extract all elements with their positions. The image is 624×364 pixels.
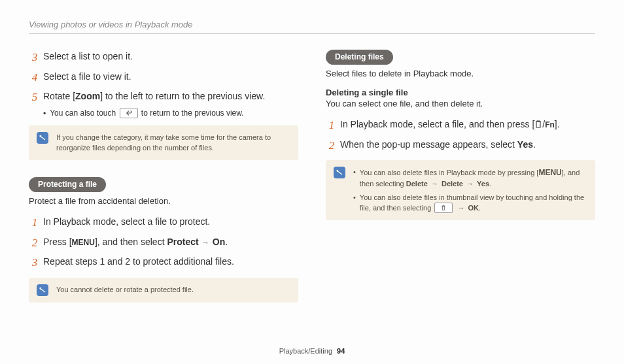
note-icon xyxy=(37,284,48,296)
step-number: 5 xyxy=(29,90,41,106)
protect-step-1: 1 In Playback mode, select a file to pro… xyxy=(29,215,298,231)
page-footer: Playback/Editing 94 xyxy=(0,347,624,355)
note-delete-alt: • You can also delete files in Playback … xyxy=(326,160,595,220)
on-label: On xyxy=(213,237,225,247)
text: Press [ xyxy=(43,237,72,247)
bullet: • xyxy=(353,167,356,178)
section-pill-protecting: Protecting a file xyxy=(29,177,106,192)
protect-step-3: 3 Repeat steps 1 and 2 to protect additi… xyxy=(29,255,298,271)
step-number: 1 xyxy=(326,118,338,134)
yes-label: Yes xyxy=(517,139,533,150)
step-text: Press [MENU], and then select Protect → … xyxy=(41,235,228,248)
step-5: 5 Rotate [Zoom] to the left to return to… xyxy=(29,90,298,106)
zoom-label: Zoom xyxy=(75,91,100,101)
delete-step-1: 1 In Playback mode, select a file, and t… xyxy=(326,118,595,134)
step-text: Select a file to view it. xyxy=(41,70,131,83)
step-number: 1 xyxy=(29,215,41,231)
note-item: • You can also delete files in Playback … xyxy=(353,167,587,190)
step-4: 4 Select a file to view it. xyxy=(29,70,298,86)
text: Rotate [ xyxy=(43,91,75,101)
step-3: 3 Select a list to open it. xyxy=(29,50,298,66)
note-icon xyxy=(334,167,345,178)
section-intro: Protect a file from accidental deletion. xyxy=(29,196,298,206)
step-text: Rotate [Zoom] to the left to return to t… xyxy=(41,90,265,103)
text: When the pop-up message appears, select xyxy=(340,139,517,150)
section-intro: Select files to delete in Playback mode. xyxy=(326,69,595,78)
sub-text: You can also touch to return to the prev… xyxy=(50,108,243,119)
note-protected: You cannot delete or rotate a protected … xyxy=(29,278,298,303)
protect-step-2: 2 Press [MENU], and then select Protect … xyxy=(29,235,298,252)
text: to return to the previous view. xyxy=(139,108,244,118)
footer-section: Playback/Editing xyxy=(279,347,332,355)
step-text: Repeat steps 1 and 2 to protect addition… xyxy=(41,255,234,268)
protect-label: Protect xyxy=(167,237,198,247)
arrow-icon: → xyxy=(199,239,213,246)
breadcrumb: Viewing photos or videos in Playback mod… xyxy=(29,20,595,34)
delete-label: Delete xyxy=(406,180,428,188)
note-text: If you change the category, it may take … xyxy=(56,132,290,154)
step-number: 3 xyxy=(29,255,41,271)
step-text: When the pop-up message appears, select … xyxy=(338,138,536,151)
step-number: 2 xyxy=(29,235,41,252)
arrow-icon: → xyxy=(428,180,442,188)
sub-intro: You can select one file, and then delete… xyxy=(326,99,595,108)
step-number: 3 xyxy=(29,50,41,66)
trash-key-icon xyxy=(434,203,453,213)
note-icon xyxy=(37,132,48,144)
footer-page-number: 94 xyxy=(337,347,345,355)
menu-key-label: MENU xyxy=(72,238,95,247)
ok-label: OK xyxy=(468,204,479,212)
step-text: In Playback mode, select a file, and the… xyxy=(338,118,560,131)
arrow-icon: → xyxy=(463,180,477,188)
left-column: 3 Select a list to open it. 4 Select a f… xyxy=(29,50,298,303)
step-text: Select a list to open it. xyxy=(41,50,133,63)
text: ] to the left to return to the previous … xyxy=(100,91,265,101)
note-text: You can also delete files in Playback mo… xyxy=(360,167,587,190)
back-key-icon xyxy=(120,108,138,118)
bullet: • xyxy=(43,109,46,118)
bullet: • xyxy=(353,192,356,203)
text: . xyxy=(479,204,481,212)
arrow-icon: → xyxy=(454,204,468,212)
step-5-sub: • You can also touch to return to the pr… xyxy=(29,108,298,119)
text: You can also touch xyxy=(50,108,118,118)
text: . xyxy=(533,139,536,150)
step-number: 4 xyxy=(29,70,41,86)
yes-label: Yes xyxy=(477,180,489,188)
text: . xyxy=(225,237,228,247)
note-text: You can also delete files in thumbnail v… xyxy=(360,192,587,214)
section-pill-deleting: Deleting files xyxy=(326,50,393,65)
right-column: Deleting files Select files to delete in… xyxy=(326,50,595,303)
text: ], and then select xyxy=(95,237,167,247)
note-reorganize: If you change the category, it may take … xyxy=(29,125,298,160)
step-number: 2 xyxy=(326,138,338,154)
note-item: • You can also delete files in thumbnail… xyxy=(353,192,587,214)
note-text: You cannot delete or rotate a protected … xyxy=(56,284,194,296)
menu-key-label: MENU xyxy=(538,168,561,177)
fn-key-label: Fn xyxy=(545,120,555,129)
text: In Playback mode, select a file, and the… xyxy=(340,119,534,129)
text: . xyxy=(489,180,491,188)
text: You can also delete files in Playback mo… xyxy=(360,169,539,176)
step-text: In Playback mode, select a file to prote… xyxy=(41,215,210,228)
trash-icon xyxy=(534,120,542,129)
delete-step-2: 2 When the pop-up message appears, selec… xyxy=(326,138,595,154)
sub-heading: Deleting a single file xyxy=(326,88,595,97)
delete-label: Delete xyxy=(442,180,463,188)
text: ]. xyxy=(555,119,560,129)
